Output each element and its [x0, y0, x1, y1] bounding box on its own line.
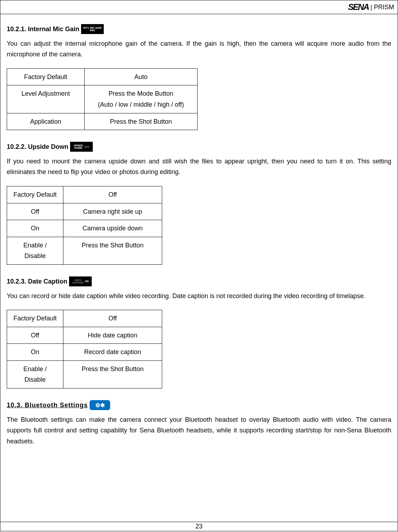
cell: Factory Default — [7, 68, 85, 85]
cell: Off — [63, 186, 162, 203]
header: SENA | PRISM — [0, 0, 398, 14]
table-row: Application Press the Shot Button — [7, 113, 198, 130]
bluetooth-icon: ⚙✱ — [90, 400, 110, 410]
table-row: On Camera upside down — [7, 220, 162, 237]
section-number: 10.2.2. — [7, 141, 26, 152]
table-date-caption: Factory Default Off Off Hide date captio… — [7, 310, 162, 388]
cell: Off — [63, 310, 162, 327]
product-name: | PRISM — [370, 4, 394, 11]
footer: 23 — [0, 522, 398, 531]
table-row: Off Camera right side up — [7, 203, 162, 220]
cell: Camera upside down — [63, 220, 162, 237]
table-internal-mic-gain: Factory Default Auto Level Adjustment Pr… — [7, 68, 198, 130]
cell: On — [7, 220, 63, 237]
table-row: On Record date caption — [7, 344, 162, 361]
cell: Factory Default — [7, 186, 63, 203]
cell: Enable / Disable — [7, 237, 63, 264]
section-title: Bluetooth Settings — [25, 402, 88, 409]
cell: Auto — [85, 68, 198, 85]
cell: On — [7, 344, 63, 361]
section-number: 10.2.1. — [7, 24, 26, 35]
mic-gain-icon: INT'L MIC GAIN AGC — [81, 24, 104, 34]
cell: Enable / Disable — [7, 360, 63, 388]
page-number: 23 — [195, 523, 203, 530]
body-bluetooth: The Bluetooth settings can make the came… — [7, 414, 391, 447]
section-number: 10.3. — [7, 402, 23, 409]
heading-bluetooth-settings: 10.3. Bluetooth Settings ⚙✱ — [7, 400, 110, 411]
table-row: Enable / Disable Press the Shot Button — [7, 360, 162, 388]
heading-date-caption: 10.2.3. Date Caption DATE CAPTION ON — [7, 276, 92, 287]
table-upside-down: Factory Default Off Off Camera right sid… — [7, 186, 162, 265]
section-title: Internal Mic Gain — [28, 24, 79, 35]
section-number: 10.2.3. — [7, 276, 26, 287]
cell: Level Adjustment — [7, 85, 85, 113]
table-row: Factory Default Off — [7, 186, 162, 203]
cell: Press the Shot Button — [63, 237, 162, 264]
logo: SENA — [348, 2, 369, 12]
heading-upside-down: 10.2.2. Upside Down UPSIDE DOWN OFF — [7, 141, 93, 152]
table-row: Level Adjustment Press the Mode Button(A… — [7, 85, 198, 113]
body-upside-down: If you need to mount the camera upside d… — [7, 156, 391, 178]
cell: Press the Shot Button — [63, 360, 162, 388]
body-date-caption: You can record or hide date caption whil… — [7, 291, 391, 302]
cell: Application — [7, 113, 85, 130]
cell: Hide date caption — [63, 327, 162, 344]
cell: Off — [7, 327, 63, 344]
table-row: Enable / Disable Press the Shot Button — [7, 237, 162, 264]
content: 10.2.1. Internal Mic Gain INT'L MIC GAIN… — [0, 14, 398, 473]
cell: Record date caption — [63, 344, 162, 361]
body-internal-mic-gain: You can adjust the internal microphone g… — [7, 38, 391, 60]
upside-down-icon: UPSIDE DOWN OFF — [70, 142, 93, 152]
table-row: Factory Default Off — [7, 310, 162, 327]
table-row: Factory Default Auto — [7, 68, 198, 85]
section-title: Upside Down — [28, 141, 68, 152]
cell: Off — [7, 203, 63, 220]
cell: Press the Mode Button(Auto / low / middl… — [85, 85, 198, 113]
section-title: Date Caption — [28, 276, 67, 287]
date-caption-icon: DATE CAPTION ON — [69, 276, 92, 286]
table-row: Off Hide date caption — [7, 327, 162, 344]
page: SENA | PRISM 10.2.1. Internal Mic Gain I… — [0, 0, 398, 531]
cell: Camera right side up — [63, 203, 162, 220]
heading-internal-mic-gain: 10.2.1. Internal Mic Gain INT'L MIC GAIN… — [7, 24, 104, 35]
cell: Press the Shot Button — [85, 113, 198, 130]
cell: Factory Default — [7, 310, 63, 327]
